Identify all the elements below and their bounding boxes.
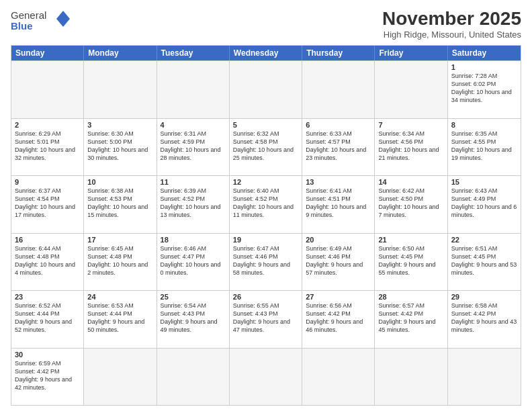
col-monday: Monday xyxy=(84,46,157,60)
svg-marker-2 xyxy=(56,11,70,27)
calendar-cell: 30Sunrise: 6:59 AM Sunset: 4:42 PM Dayli… xyxy=(11,349,84,406)
day-info: Sunrise: 6:38 AM Sunset: 4:53 PM Dayligh… xyxy=(87,187,152,220)
day-info: Sunrise: 6:35 AM Sunset: 4:55 PM Dayligh… xyxy=(451,130,517,163)
day-number: 18 xyxy=(161,236,226,244)
calendar-cell: 17Sunrise: 6:45 AM Sunset: 4:48 PM Dayli… xyxy=(84,234,157,291)
day-info: Sunrise: 6:55 AM Sunset: 4:43 PM Dayligh… xyxy=(233,302,298,334)
day-number: 29 xyxy=(451,293,517,301)
day-info: Sunrise: 6:39 AM Sunset: 4:52 PM Dayligh… xyxy=(161,187,226,220)
calendar-cell: 15Sunrise: 6:43 AM Sunset: 4:49 PM Dayli… xyxy=(448,176,521,233)
day-number: 17 xyxy=(87,236,152,244)
day-number: 24 xyxy=(87,293,152,301)
day-info: Sunrise: 6:59 AM Sunset: 4:42 PM Dayligh… xyxy=(15,359,80,392)
day-number: 10 xyxy=(87,178,152,186)
day-info: Sunrise: 6:52 AM Sunset: 4:44 PM Dayligh… xyxy=(15,302,80,334)
day-number: 14 xyxy=(378,178,443,186)
calendar-cell: 1Sunrise: 7:28 AM Sunset: 6:02 PM Daylig… xyxy=(448,61,521,118)
generalblue-logo-icon: General Blue xyxy=(11,8,71,35)
day-info: Sunrise: 7:28 AM Sunset: 6:02 PM Dayligh… xyxy=(451,72,517,105)
calendar-row-3: 16Sunrise: 6:44 AM Sunset: 4:48 PM Dayli… xyxy=(11,233,521,291)
day-info: Sunrise: 6:50 AM Sunset: 4:45 PM Dayligh… xyxy=(378,244,443,277)
day-number: 28 xyxy=(378,293,443,301)
svg-text:General: General xyxy=(11,9,46,21)
day-info: Sunrise: 6:51 AM Sunset: 4:45 PM Dayligh… xyxy=(451,244,517,277)
day-number: 27 xyxy=(306,293,371,301)
calendar-cell xyxy=(84,349,157,406)
calendar-row-1: 2Sunrise: 6:29 AM Sunset: 5:01 PM Daylig… xyxy=(11,118,521,176)
calendar-cell xyxy=(448,349,521,406)
calendar-cell: 21Sunrise: 6:50 AM Sunset: 4:45 PM Dayli… xyxy=(375,234,447,291)
calendar-cell xyxy=(375,349,447,406)
day-info: Sunrise: 6:44 AM Sunset: 4:48 PM Dayligh… xyxy=(15,244,80,277)
calendar-cell: 11Sunrise: 6:39 AM Sunset: 4:52 PM Dayli… xyxy=(157,176,230,233)
calendar-row-2: 9Sunrise: 6:37 AM Sunset: 4:54 PM Daylig… xyxy=(11,175,521,233)
calendar-cell: 4Sunrise: 6:31 AM Sunset: 4:59 PM Daylig… xyxy=(157,119,230,176)
day-number: 5 xyxy=(233,121,298,129)
day-info: Sunrise: 6:45 AM Sunset: 4:48 PM Dayligh… xyxy=(87,244,152,277)
calendar-cell xyxy=(302,61,375,118)
calendar-cell: 27Sunrise: 6:56 AM Sunset: 4:42 PM Dayli… xyxy=(302,291,375,348)
day-info: Sunrise: 6:37 AM Sunset: 4:54 PM Dayligh… xyxy=(15,187,80,220)
calendar-cell: 7Sunrise: 6:34 AM Sunset: 4:56 PM Daylig… xyxy=(375,119,447,176)
header: General Blue November 2025 High Ridge, M… xyxy=(11,8,521,40)
col-wednesday: Wednesday xyxy=(230,46,302,60)
day-info: Sunrise: 6:31 AM Sunset: 4:59 PM Dayligh… xyxy=(161,130,226,163)
day-number: 23 xyxy=(15,293,80,301)
day-number: 4 xyxy=(161,121,226,129)
calendar-cell: 6Sunrise: 6:33 AM Sunset: 4:57 PM Daylig… xyxy=(302,119,375,176)
page: General Blue November 2025 High Ridge, M… xyxy=(0,0,532,411)
col-sunday: Sunday xyxy=(11,46,84,60)
calendar-cell: 13Sunrise: 6:41 AM Sunset: 4:51 PM Dayli… xyxy=(302,176,375,233)
calendar-cell: 24Sunrise: 6:53 AM Sunset: 4:44 PM Dayli… xyxy=(84,291,157,348)
day-number: 3 xyxy=(87,121,152,129)
calendar-cell: 22Sunrise: 6:51 AM Sunset: 4:45 PM Dayli… xyxy=(448,234,521,291)
calendar-body: 1Sunrise: 7:28 AM Sunset: 6:02 PM Daylig… xyxy=(11,60,521,405)
calendar-cell: 26Sunrise: 6:55 AM Sunset: 4:43 PM Dayli… xyxy=(230,291,302,348)
calendar-cell: 5Sunrise: 6:32 AM Sunset: 4:58 PM Daylig… xyxy=(230,119,302,176)
calendar: Sunday Monday Tuesday Wednesday Thursday… xyxy=(11,45,521,406)
calendar-row-4: 23Sunrise: 6:52 AM Sunset: 4:44 PM Dayli… xyxy=(11,290,521,348)
day-number: 9 xyxy=(15,178,80,186)
calendar-cell xyxy=(230,349,302,406)
day-info: Sunrise: 6:57 AM Sunset: 4:42 PM Dayligh… xyxy=(378,302,443,334)
day-number: 12 xyxy=(233,178,298,186)
calendar-row-0: 1Sunrise: 7:28 AM Sunset: 6:02 PM Daylig… xyxy=(11,60,521,118)
logo: General Blue xyxy=(11,8,71,35)
calendar-cell: 10Sunrise: 6:38 AM Sunset: 4:53 PM Dayli… xyxy=(84,176,157,233)
col-friday: Friday xyxy=(375,46,447,60)
month-title: November 2025 xyxy=(382,8,521,30)
day-number: 8 xyxy=(451,121,517,129)
calendar-cell: 3Sunrise: 6:30 AM Sunset: 5:00 PM Daylig… xyxy=(84,119,157,176)
day-number: 20 xyxy=(306,236,371,244)
calendar-cell: 9Sunrise: 6:37 AM Sunset: 4:54 PM Daylig… xyxy=(11,176,84,233)
calendar-cell: 8Sunrise: 6:35 AM Sunset: 4:55 PM Daylig… xyxy=(448,119,521,176)
calendar-cell: 12Sunrise: 6:40 AM Sunset: 4:52 PM Dayli… xyxy=(230,176,302,233)
day-info: Sunrise: 6:32 AM Sunset: 4:58 PM Dayligh… xyxy=(233,130,298,163)
calendar-row-5: 30Sunrise: 6:59 AM Sunset: 4:42 PM Dayli… xyxy=(11,348,521,406)
calendar-cell: 29Sunrise: 6:58 AM Sunset: 4:42 PM Dayli… xyxy=(448,291,521,348)
day-info: Sunrise: 6:49 AM Sunset: 4:46 PM Dayligh… xyxy=(306,244,371,277)
day-number: 19 xyxy=(233,236,298,244)
day-info: Sunrise: 6:53 AM Sunset: 4:44 PM Dayligh… xyxy=(87,302,152,334)
day-info: Sunrise: 6:54 AM Sunset: 4:43 PM Dayligh… xyxy=(161,302,226,334)
day-number: 1 xyxy=(451,63,517,71)
day-info: Sunrise: 6:41 AM Sunset: 4:51 PM Dayligh… xyxy=(306,187,371,220)
calendar-cell xyxy=(375,61,447,118)
day-info: Sunrise: 6:34 AM Sunset: 4:56 PM Dayligh… xyxy=(378,130,443,163)
day-number: 30 xyxy=(15,351,80,359)
calendar-cell: 16Sunrise: 6:44 AM Sunset: 4:48 PM Dayli… xyxy=(11,234,84,291)
day-info: Sunrise: 6:40 AM Sunset: 4:52 PM Dayligh… xyxy=(233,187,298,220)
calendar-cell: 28Sunrise: 6:57 AM Sunset: 4:42 PM Dayli… xyxy=(375,291,447,348)
col-saturday: Saturday xyxy=(448,46,521,60)
day-info: Sunrise: 6:33 AM Sunset: 4:57 PM Dayligh… xyxy=(306,130,371,163)
day-info: Sunrise: 6:56 AM Sunset: 4:42 PM Dayligh… xyxy=(306,302,371,334)
day-info: Sunrise: 6:30 AM Sunset: 5:00 PM Dayligh… xyxy=(87,130,152,163)
day-number: 11 xyxy=(161,178,226,186)
day-info: Sunrise: 6:47 AM Sunset: 4:46 PM Dayligh… xyxy=(233,244,298,277)
calendar-cell: 18Sunrise: 6:46 AM Sunset: 4:47 PM Dayli… xyxy=(157,234,230,291)
calendar-cell: 14Sunrise: 6:42 AM Sunset: 4:50 PM Dayli… xyxy=(375,176,447,233)
day-number: 13 xyxy=(306,178,371,186)
location: High Ridge, Missouri, United States xyxy=(382,30,521,40)
day-number: 21 xyxy=(378,236,443,244)
calendar-cell xyxy=(11,61,84,118)
